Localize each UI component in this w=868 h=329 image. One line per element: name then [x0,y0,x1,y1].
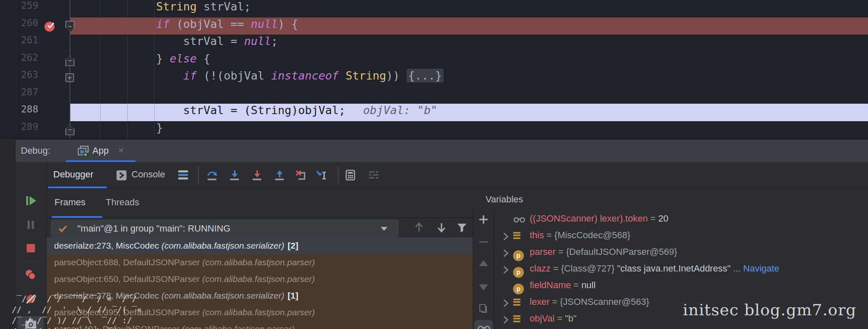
thread-dropdown[interactable]: "main"@1 in group "main": RUNNING [51,219,399,238]
editor-line-288[interactable]: 288strVal = (String)objVal;objVal: "b" [0,104,868,121]
fold-collapse-marker[interactable]: − [65,125,74,135]
run-to-cursor-icon[interactable] [315,169,327,181]
expand-chevron-icon[interactable] [501,247,511,257]
site-watermark: initsec blog.gm7.org [683,301,856,319]
fold-collapse-marker[interactable]: − [65,55,74,66]
variable-name: parser [530,247,556,257]
frame-package: (com.alibaba.fastjson.serializer) [161,241,284,250]
variable-row[interactable]: this = {MiscCodec@568} [494,227,868,244]
variable-row[interactable]: ((JSONScanner) lexer).token = 20 [494,210,868,227]
toolbar-separator [19,261,43,262]
expand-chevron-icon[interactable] [501,297,511,307]
variable-value: = [550,297,560,307]
code-token-kw: else [170,52,197,65]
gutter-border [17,0,17,139]
view-breakpoints-icon[interactable] [25,269,37,281]
variable-row[interactable]: pfieldName = null [494,277,868,294]
frame-down-icon[interactable] [435,221,448,234]
variable-row[interactable]: pparser = {DefaultJSONParser@569} [494,244,868,260]
variable-value: 20 [658,213,668,224]
variable-value: = [551,263,561,274]
frame-row[interactable]: deserialze:273, MiscCodec (com.alibaba.f… [47,237,473,254]
code-token-plain: ) { [278,17,298,30]
view-options-icon[interactable] [368,169,379,181]
force-step-into-icon[interactable] [251,169,263,181]
duplicate-icon[interactable] [478,303,489,314]
move-down-icon[interactable] [478,281,489,293]
variable-value: {MiscCodec@568} [554,230,630,240]
variable-value: = [544,230,554,240]
tab-debugger[interactable]: Debugger [53,162,94,188]
drop-frame-icon[interactable] [295,169,306,181]
frame-up-icon[interactable] [413,221,425,234]
frame-package: (com.alibaba.fastjson.serializer) [161,291,284,300]
editor-line-289[interactable]: 289−} [0,121,868,139]
tab-frames[interactable]: Frames [55,188,86,218]
navigate-link[interactable]: Navigate [743,263,779,274]
code-editor[interactable]: 259String strVal;260−if (objVal == null)… [0,0,868,140]
variable-name: this [530,230,544,240]
expand-chevron-icon[interactable] [501,230,511,240]
variable-row[interactable]: pclazz = {Class@727} "class java.net.Ine… [494,260,868,277]
indent-guide [100,0,101,139]
editor-line-262[interactable]: 262−} else { [0,52,868,70]
code-text: strVal = (String)objVal;objVal: "b" [183,104,437,121]
step-into-icon[interactable] [229,169,241,181]
add-watch-icon[interactable] [478,214,489,225]
step-out-icon[interactable] [274,169,285,181]
tab-threads[interactable]: Threads [106,188,139,218]
layout-settings-icon[interactable] [177,169,189,181]
breakpoint-icon[interactable] [44,20,56,34]
ide-root: 259String strVal;260−if (objVal == null)… [0,0,868,329]
code-token-plain: ; [271,35,278,47]
inline-debugger-hint: objVal: "b" [363,104,437,117]
frame-package: (com.alibaba.fastjson.parser) [202,257,315,267]
frame-method: parseObject:650, DefaultJSONParser [54,274,202,284]
show-watches-button[interactable] [474,320,493,329]
code-token-type: String [345,69,386,82]
code-token-plain: strVal; [197,0,251,13]
code-text: String strVal; [156,0,251,17]
frame-row[interactable]: parseObject:650, DefaultJSONParser (com.… [47,271,473,287]
editor-line-261[interactable]: 261strVal = null; [0,35,868,52]
frame-row[interactable]: parseObject:688, DefaultJSONParser (com.… [47,254,473,271]
move-up-icon[interactable] [478,258,489,269]
expand-chevron-icon[interactable] [501,264,511,274]
variable-name: lexer [530,297,550,307]
fold-expand-marker[interactable]: + [65,73,74,82]
editor-line-263[interactable]: 263+if (!(objVal instanceof String)) {..… [0,69,868,87]
close-icon[interactable]: × [118,140,124,162]
editor-line-260[interactable]: 260−if (objVal == null) { [0,17,868,35]
code-token-kw: if [183,69,197,82]
resume-program-icon[interactable] [25,194,37,207]
line-number: 287 [0,87,38,104]
thread-selector-row: "main"@1 in group "main": RUNNING [47,218,473,237]
variable-text: clazz = {Class@727} "class java.net.Inet… [530,260,779,277]
stop-program-icon[interactable] [25,242,37,254]
line-number: 260 [0,17,38,35]
debug-tab-app-label: App [92,140,109,162]
variable-text: ((JSONScanner) lexer).token = 20 [530,210,668,227]
code-token-chip: {...} [407,69,444,82]
expand-chevron-icon[interactable] [501,314,511,324]
variable-value: "class java.net.InetAddress" [617,263,730,274]
editor-line-287[interactable]: 287 [0,87,868,104]
code-token-kw: if [156,17,170,30]
frame-package: (com.alibaba.fastjson.parser) [182,324,295,329]
remove-watch-icon[interactable] [478,236,489,248]
variable-name: clazz [530,263,551,274]
filter-frames-icon[interactable] [456,222,468,234]
evaluate-expression-icon[interactable] [345,169,356,181]
debugger-toolbar: Debugger Console [47,162,868,188]
step-over-icon[interactable] [206,169,218,181]
editor-line-259[interactable]: 259String strVal; [0,0,868,17]
field-icon [513,230,524,242]
debug-tab-app[interactable]: App × [15,140,868,162]
tab-console[interactable]: Console [131,162,165,188]
pause-program-icon[interactable] [25,219,37,231]
code-token-kw: null [251,17,278,30]
line-number: 263 [0,69,38,87]
variable-value: null [581,280,595,290]
variable-text: parser = {DefaultJSONParser@569} [530,244,677,260]
thread-running-check-icon [57,223,68,234]
